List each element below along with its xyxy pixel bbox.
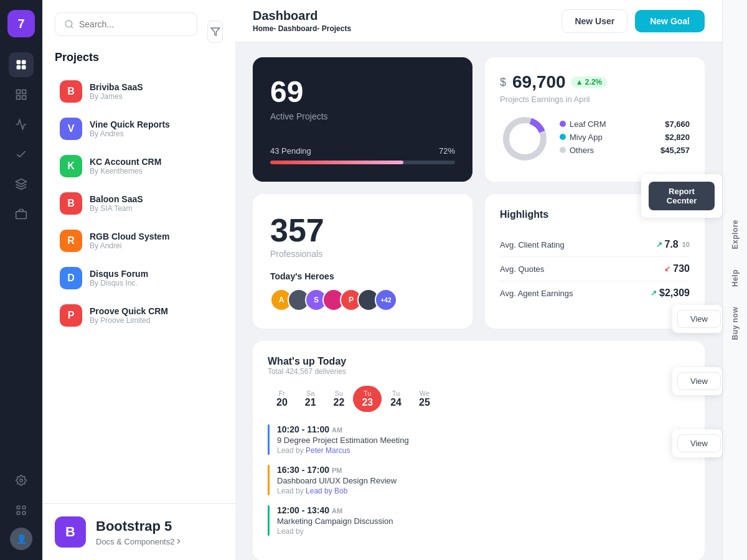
dashboard-body: 69 Active Projects 43 Pending 72% $ 69,7… (235, 42, 722, 560)
calendar-day[interactable]: Tu24 (382, 386, 410, 412)
nav-icon-settings[interactable] (9, 468, 34, 493)
svg-point-10 (20, 479, 23, 482)
donut-chart (500, 114, 550, 164)
search-icon (64, 19, 74, 29)
calendar-day[interactable]: We25 (410, 386, 439, 412)
event-time: 16:30 - 17:00 PM (277, 465, 397, 475)
project-item-baloon[interactable]: B Baloon SaaS By SIA Team (55, 186, 223, 221)
project-item-rgb[interactable]: R RGB Cloud System By Andrei (55, 223, 223, 258)
project-info: KC Account CRM By Keenthemes (90, 157, 161, 175)
svg-rect-13 (17, 511, 20, 515)
nav-icon-check[interactable] (9, 142, 34, 167)
calendar-day[interactable]: Su22 (325, 386, 354, 412)
calendar-row: Fr20Sa21Su22Tu23Tu24We25 (268, 386, 690, 412)
project-info: Briviba SaaS By James (90, 82, 143, 101)
svg-rect-14 (22, 511, 26, 515)
user-number-badge[interactable]: 7 (7, 10, 35, 37)
active-projects-label: Active Projects (270, 111, 455, 121)
svg-rect-6 (17, 96, 21, 100)
header-left: Dashboard Home- Dashboard- Projects (253, 9, 351, 33)
earnings-dollar: $ (500, 76, 506, 89)
main-content: Dashboard Home- Dashboard- Projects New … (235, 0, 722, 560)
nav-icon-chart[interactable] (9, 112, 34, 137)
calendar-day[interactable]: Tu23 (353, 386, 382, 412)
docs-count: 2 (170, 537, 174, 546)
whatsup-title: What's up Today (268, 356, 690, 367)
search-bar[interactable] (55, 12, 197, 36)
earnings-amount: 69,700 (512, 72, 566, 92)
svg-rect-7 (22, 96, 26, 100)
svg-marker-17 (211, 28, 219, 35)
progress-percent: 72% (439, 146, 455, 156)
avatar-stack: ASP+42 (270, 289, 455, 311)
trend-up-icon: ↗ (651, 289, 657, 297)
bootstrap-overlay: B Bootstrap 5 Docs & Components 2 (42, 503, 235, 560)
active-projects-count: 69 (270, 75, 455, 109)
nav-icon-apps[interactable] (9, 498, 34, 523)
project-item-vine[interactable]: V Vine Quick Reports By Andres (55, 111, 223, 146)
nav-icon-grid[interactable] (9, 82, 34, 107)
filter-button[interactable] (207, 21, 223, 43)
earnings-card: $ 69,700 ▲ 2.2% Projects Earnings in Apr… (485, 57, 705, 182)
svg-rect-3 (22, 65, 26, 70)
progress-bar (270, 161, 403, 164)
help-tab[interactable]: Help (725, 259, 746, 297)
project-item-briviba[interactable]: B Briviba SaaS By James (55, 74, 223, 109)
explore-tab[interactable]: Explore (725, 210, 746, 259)
view-button-3[interactable]: View (677, 434, 721, 452)
hero-avatar: +42 (375, 289, 397, 311)
event-lead-link[interactable]: Lead by Bob (306, 487, 347, 495)
nav-icon-layers[interactable] (9, 172, 34, 197)
chevron-right-icon (174, 537, 183, 546)
project-logo: P (60, 304, 82, 327)
professionals-card: 357 Professionals Today's Heroes ASP+42 (253, 194, 472, 329)
project-item-proove[interactable]: P Proove Quick CRM By Proove Limited (55, 298, 223, 333)
project-info: Baloon SaaS By SIA Team (90, 194, 143, 213)
legend-item: Leaf CRM $7,660 (560, 119, 690, 129)
right-sidebar: Explore Help Buy now Report Cecnter View… (722, 0, 747, 560)
event-lead: Lead by (277, 527, 393, 536)
project-info: Proove Quick CRM By Proove Limited (90, 306, 168, 325)
event-item: 12:00 - 13:40 AM Marketing Campaign Disc… (268, 505, 690, 536)
trend-down-icon: ↙ (664, 264, 670, 273)
view-button-1[interactable]: View (677, 310, 721, 328)
earnings-label: Projects Earnings in April (500, 95, 690, 104)
nav-user-avatar[interactable]: 👤 (10, 528, 32, 550)
svg-rect-1 (22, 60, 26, 65)
new-goal-button[interactable]: New Goal (635, 10, 705, 32)
view-button-2[interactable]: View (677, 372, 721, 390)
header-actions: New User New Goal (561, 9, 705, 33)
projects-list: B Briviba SaaS By James V Vine Quick Rep… (55, 74, 223, 333)
project-info: Vine Quick Reports By Andres (90, 119, 170, 138)
search-input[interactable] (79, 19, 188, 29)
event-item: 10:20 - 11:00 AM 9 Degree Project Estima… (268, 424, 690, 455)
report-center-button[interactable]: Report Cecnter (649, 182, 715, 210)
project-info: RGB Cloud System By Andrei (90, 231, 169, 250)
calendar-day[interactable]: Sa21 (296, 386, 325, 412)
project-item-disqus[interactable]: D Disqus Forum By Disqus Inc. (55, 261, 223, 296)
project-info: Disqus Forum By Disqus Inc. (90, 269, 148, 287)
project-item-kc[interactable]: K KC Account CRM By Keenthemes (55, 149, 223, 184)
report-overlay: Report Cecnter (641, 174, 722, 218)
bootstrap-icon: B (55, 516, 86, 548)
legend-dot (560, 147, 566, 153)
project-logo: K (60, 155, 82, 177)
buy-now-tab[interactable]: Buy now (725, 297, 746, 350)
event-bar (268, 424, 270, 455)
event-title: Dashboard UI/UX Design Review (277, 476, 397, 485)
nav-icon-dashboard[interactable] (9, 52, 34, 77)
event-bar (268, 505, 270, 536)
breadcrumb: Home- Dashboard- Projects (253, 24, 351, 33)
event-lead: Lead by Peter Marcus (277, 446, 409, 455)
nav-icon-briefcase[interactable] (9, 202, 34, 226)
legend-dot (560, 121, 566, 127)
docs-label: Docs & Components (96, 537, 170, 546)
event-lead-link[interactable]: Peter Marcus (306, 446, 350, 455)
project-logo: D (60, 267, 82, 289)
calendar-day[interactable]: Fr20 (268, 386, 296, 412)
svg-rect-2 (17, 65, 21, 70)
event-bar (268, 465, 270, 495)
earnings-legend: Leaf CRM $7,660 Mivy App $2,820 Others $… (560, 119, 690, 159)
top-header: Dashboard Home- Dashboard- Projects New … (235, 0, 722, 42)
new-user-button[interactable]: New User (561, 9, 627, 33)
